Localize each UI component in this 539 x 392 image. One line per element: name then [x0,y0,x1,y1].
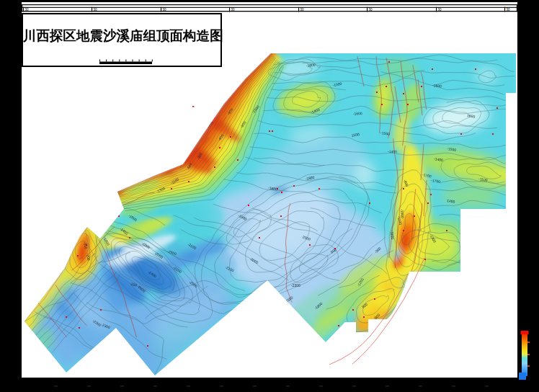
svg-text:-1000: -1000 [400,209,405,218]
svg-text:30: 30 [231,8,236,12]
svg-text:30: 30 [163,8,167,12]
svg-text:-1600: -1600 [353,111,362,116]
svg-text:30: 30 [507,8,511,12]
svg-text:-1100: -1100 [390,231,395,240]
svg-text:-2300: -2300 [291,283,300,288]
svg-text:30: 30 [25,8,30,12]
svg-text:-1400: -1400 [388,149,397,153]
svg-text:30: 30 [94,8,98,12]
svg-text:川西探区地震沙溪庙组顶面构造图: 川西探区地震沙溪庙组顶面构造图 [22,28,223,43]
svg-text:30: 30 [438,8,442,12]
svg-text:30: 30 [300,8,305,12]
svg-text:30: 30 [369,8,373,12]
